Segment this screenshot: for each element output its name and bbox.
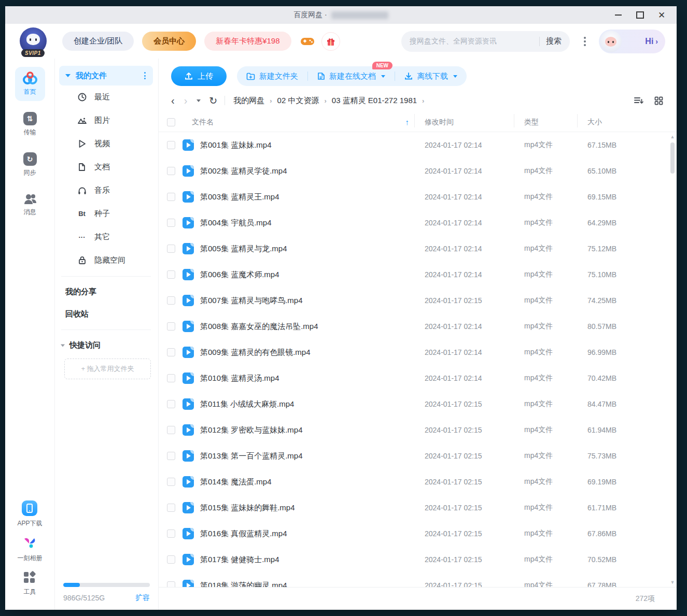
scroll-down-icon[interactable]: ▼: [670, 579, 675, 586]
breadcrumb-item[interactable]: 我的网盘: [233, 96, 264, 106]
table-row[interactable]: 第017集 健健骑士.mp4 2024-01-17 02:15 mp4文件 70…: [159, 547, 677, 572]
row-checkbox[interactable]: [167, 141, 175, 149]
breadcrumb-item[interactable]: 03 蓝精灵 E01-272 1981: [332, 96, 417, 106]
file-name[interactable]: 第013集 第一百个蓝精灵.mp4: [194, 451, 414, 461]
file-name[interactable]: 第003集 蓝精灵王.mp4: [194, 192, 414, 202]
file-name[interactable]: 第014集 魔法蛋.mp4: [194, 477, 414, 487]
table-row[interactable]: 第002集 蓝精灵学徒.mp4 2024-01-17 02:14 mp4文件 6…: [159, 158, 677, 184]
file-name[interactable]: 第010集 蓝精灵汤.mp4: [194, 374, 414, 383]
row-checkbox[interactable]: [167, 322, 175, 331]
file-name[interactable]: 第012集 罗密欧与蓝妹妹.mp4: [194, 425, 414, 435]
gamepad-icon[interactable]: [299, 33, 316, 50]
file-name[interactable]: 第016集 真假蓝精灵.mp4: [194, 529, 414, 539]
file-name[interactable]: 第007集 蓝精灵与咆哮鸟.mp4: [194, 296, 414, 306]
sort-list-icon[interactable]: [634, 96, 644, 105]
row-checkbox[interactable]: [167, 219, 175, 227]
history-dropdown-icon[interactable]: [197, 99, 201, 102]
refresh-button[interactable]: ↻: [209, 95, 217, 107]
file-name[interactable]: 第015集 蓝妹妹的舞鞋.mp4: [194, 503, 414, 513]
create-team-button[interactable]: 创建企业/团队: [62, 32, 134, 51]
nav-item-recent[interactable]: 最近: [59, 85, 153, 109]
file-name[interactable]: 第017集 健健骑士.mp4: [194, 555, 414, 565]
promo-button[interactable]: 新春年卡特惠¥198: [204, 32, 291, 51]
gift-icon[interactable]: [321, 32, 340, 51]
row-checkbox[interactable]: [167, 193, 175, 201]
row-checkbox[interactable]: [167, 400, 175, 408]
forward-button[interactable]: ›: [184, 95, 188, 106]
maximize-button[interactable]: [629, 6, 651, 24]
file-name[interactable]: 第018集 游荡的幽灵.mp4: [194, 581, 414, 588]
new-folder-button[interactable]: 新建文件夹: [237, 66, 307, 86]
table-row[interactable]: 第018集 游荡的幽灵.mp4 2024-01-17 02:15 mp4文件 6…: [159, 572, 677, 587]
table-row[interactable]: 第010集 蓝精灵汤.mp4 2024-01-17 02:14 mp4文件 70…: [159, 365, 677, 391]
file-name[interactable]: 第008集 嘉嘉女巫的魔法吊坠.mp4: [194, 322, 414, 332]
my-files-more-icon[interactable]: [142, 70, 148, 81]
search-input[interactable]: 搜网盘文件、全网资源资讯 搜索: [401, 31, 570, 52]
column-header-name[interactable]: 文件名: [192, 118, 214, 127]
column-header-size[interactable]: 大小: [577, 118, 655, 127]
row-checkbox[interactable]: [167, 529, 175, 538]
expand-storage-link[interactable]: 扩容: [135, 593, 150, 603]
table-row[interactable]: 第006集 蓝魔术师.mp4 2024-01-17 02:14 mp4文件 75…: [159, 262, 677, 288]
breadcrumb-item[interactable]: 02 中文资源: [277, 96, 319, 106]
file-name[interactable]: 第006集 蓝魔术师.mp4: [194, 270, 414, 280]
row-checkbox[interactable]: [167, 581, 175, 587]
row-checkbox[interactable]: [167, 167, 175, 175]
row-checkbox[interactable]: [167, 452, 175, 460]
table-row[interactable]: 第005集 蓝精灵与龙.mp4 2024-01-17 02:14 mp4文件 7…: [159, 236, 677, 262]
file-name[interactable]: 第011集 小绒绒大麻烦.mp4: [194, 399, 414, 409]
rail-item-message[interactable]: 消息: [15, 188, 45, 221]
table-row[interactable]: 第015集 蓝妹妹的舞鞋.mp4 2024-01-17 02:15 mp4文件 …: [159, 495, 677, 521]
nav-item-torrents[interactable]: Bt 种子: [59, 202, 153, 225]
table-row[interactable]: 第001集 蓝妹妹.mp4 2024-01-17 02:14 mp4文件 67.…: [159, 132, 677, 158]
row-checkbox[interactable]: [167, 374, 175, 382]
file-name[interactable]: 第001集 蓝妹妹.mp4: [194, 140, 414, 150]
table-row[interactable]: 第007集 蓝精灵与咆哮鸟.mp4 2024-01-17 02:15 mp4文件…: [159, 288, 677, 313]
row-checkbox[interactable]: [167, 504, 175, 512]
nav-my-share[interactable]: 我的分享: [59, 281, 153, 303]
table-row[interactable]: 第011集 小绒绒大麻烦.mp4 2024-01-17 02:15 mp4文件 …: [159, 391, 677, 417]
nav-item-music[interactable]: 音乐: [59, 179, 153, 202]
nav-item-hidden-space[interactable]: 隐藏空间: [59, 249, 153, 272]
user-avatar[interactable]: SVIP1: [20, 27, 48, 55]
assistant-widget[interactable]: Hi ›: [599, 30, 665, 53]
table-row[interactable]: 第009集 蓝精灵的有色眼镜.mp4 2024-01-17 02:14 mp4文…: [159, 339, 677, 365]
back-button[interactable]: ‹: [171, 95, 175, 106]
grid-view-icon[interactable]: [654, 96, 663, 105]
table-row[interactable]: 第003集 蓝精灵王.mp4 2024-01-17 02:14 mp4文件 69…: [159, 184, 677, 210]
nav-item-docs[interactable]: 文档: [59, 155, 153, 179]
upload-button[interactable]: 上传: [171, 66, 227, 86]
member-center-button[interactable]: 会员中心: [142, 32, 196, 51]
table-row[interactable]: 第012集 罗密欧与蓝妹妹.mp4 2024-01-17 02:15 mp4文件…: [159, 417, 677, 443]
nav-item-images[interactable]: 图片: [59, 109, 153, 132]
nav-item-others[interactable]: ··· 其它: [59, 225, 153, 249]
column-header-type[interactable]: 类型: [514, 118, 577, 127]
table-row[interactable]: 第004集 宇航员.mp4 2024-01-17 02:14 mp4文件 64.…: [159, 210, 677, 236]
row-checkbox[interactable]: [167, 245, 175, 253]
table-row[interactable]: 第014集 魔法蛋.mp4 2024-01-17 02:15 mp4文件 69.…: [159, 469, 677, 495]
row-checkbox[interactable]: [167, 348, 175, 356]
new-online-doc-button[interactable]: NEW 新建在线文档: [308, 66, 395, 86]
rail-item-transfer[interactable]: ⇅ 传输: [15, 107, 45, 141]
table-row[interactable]: 第013集 第一百个蓝精灵.mp4 2024-01-17 02:15 mp4文件…: [159, 443, 677, 469]
app-download-button[interactable]: APP下载: [17, 500, 42, 528]
offline-download-button[interactable]: 离线下载: [395, 66, 467, 86]
nav-quick-access[interactable]: 快捷访问: [59, 334, 153, 355]
rail-item-home[interactable]: 首页: [15, 67, 45, 101]
column-header-time[interactable]: 修改时间: [414, 118, 514, 127]
close-button[interactable]: ✕: [651, 6, 672, 24]
file-name[interactable]: 第009集 蓝精灵的有色眼镜.mp4: [194, 348, 414, 357]
file-name[interactable]: 第002集 蓝精灵学徒.mp4: [194, 166, 414, 176]
row-checkbox[interactable]: [167, 478, 175, 486]
select-all-checkbox[interactable]: [167, 118, 175, 126]
nav-item-videos[interactable]: 视频: [59, 132, 153, 155]
more-menu-icon[interactable]: [577, 37, 593, 46]
nav-my-files[interactable]: 我的文件: [59, 66, 153, 85]
sort-up-icon[interactable]: ↑: [405, 118, 415, 126]
collapse-icon[interactable]: [65, 74, 71, 77]
scrollbar[interactable]: ▲ ▼: [669, 133, 676, 586]
row-checkbox[interactable]: [167, 555, 175, 564]
table-row[interactable]: 第016集 真假蓝精灵.mp4 2024-01-17 02:15 mp4文件 6…: [159, 521, 677, 547]
scroll-up-icon[interactable]: ▲: [670, 133, 675, 140]
row-checkbox[interactable]: [167, 296, 175, 305]
